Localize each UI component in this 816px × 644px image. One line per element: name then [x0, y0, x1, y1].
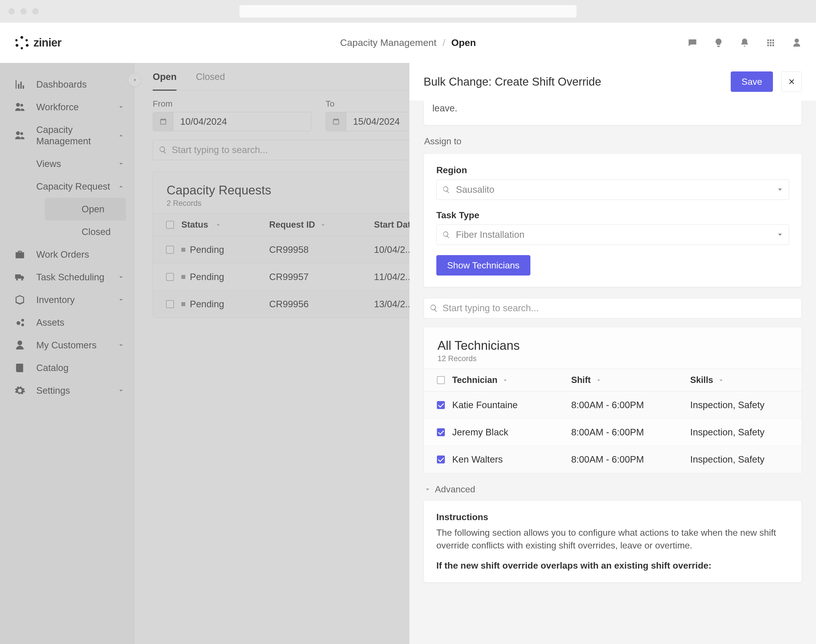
brand-logo[interactable]: zinier	[14, 35, 61, 51]
shift-cell: 8:00AM - 6:00PM	[571, 427, 690, 438]
breadcrumb-separator: /	[442, 37, 445, 48]
table-row[interactable]: Jeremy Black8:00AM - 6:00PMInspection, S…	[424, 419, 802, 446]
region-value: Sausalito	[456, 184, 777, 195]
save-button[interactable]: Save	[731, 71, 773, 92]
technician-cell: Katie Fountaine	[452, 400, 571, 411]
close-icon	[788, 78, 795, 85]
technician-cell: Ken Walters	[452, 454, 571, 465]
skills-cell: Inspection, Safety	[690, 427, 796, 438]
search-icon	[442, 186, 450, 193]
topbar-actions	[687, 38, 802, 48]
col-technician-header[interactable]: Technician	[452, 375, 571, 385]
chevron-down-icon	[777, 187, 783, 193]
tasktype-select[interactable]: Fiber Installation	[436, 224, 789, 245]
col-shift-header[interactable]: Shift	[571, 375, 690, 385]
tech-search-bar[interactable]	[424, 298, 802, 318]
technicians-rows: Katie Fountaine8:00AM - 6:00PMInspection…	[424, 391, 802, 473]
svg-point-2	[26, 44, 29, 47]
note-panel: leave.	[424, 101, 802, 125]
window-controls	[9, 8, 38, 14]
technicians-header: All Technicians 12 Records	[424, 327, 802, 369]
advanced-label: Advanced	[435, 484, 475, 495]
row-checkbox[interactable]	[437, 455, 445, 463]
region-select[interactable]: Sausalito	[436, 179, 789, 200]
table-row[interactable]: Katie Fountaine8:00AM - 6:00PMInspection…	[424, 391, 802, 419]
sort-icon	[596, 375, 601, 385]
skills-cell: Inspection, Safety	[690, 400, 796, 411]
svg-point-0	[20, 36, 23, 39]
notifications-icon[interactable]	[739, 38, 750, 48]
breadcrumb-section[interactable]: Capacity Management	[340, 37, 436, 48]
apps-icon[interactable]	[765, 38, 776, 48]
sort-icon	[503, 375, 508, 385]
window-dot[interactable]	[20, 8, 27, 14]
region-field: Region Sausalito	[436, 165, 789, 200]
assign-label: Assign to	[424, 136, 802, 147]
instructions-title: Instructions	[436, 512, 789, 522]
region-label: Region	[436, 165, 789, 175]
profile-icon[interactable]	[792, 38, 802, 48]
technicians-title: All Technicians	[438, 339, 788, 353]
assign-panel: Region Sausalito Task Type Fiber Install…	[424, 153, 802, 287]
tasktype-field: Task Type Fiber Installation	[436, 210, 789, 245]
drawer-header: Bulk Change: Create Shift Override Save	[409, 63, 816, 101]
shift-cell: 8:00AM - 6:00PM	[571, 454, 690, 465]
instructions-body: The following section allows you to conf…	[436, 526, 789, 552]
technicians-count: 12 Records	[438, 354, 788, 363]
url-bar[interactable]	[239, 5, 577, 18]
drawer-title: Bulk Change: Create Shift Override	[424, 75, 722, 88]
sort-icon	[718, 375, 724, 385]
close-button[interactable]	[781, 71, 802, 92]
svg-point-5	[15, 39, 18, 41]
row-checkbox[interactable]	[437, 401, 445, 409]
instructions-panel: Instructions The following section allow…	[424, 500, 802, 583]
drawer-body: leave. Assign to Region Sausalito Task T…	[409, 101, 816, 596]
breadcrumb-current: Open	[452, 37, 476, 48]
table-row[interactable]: Ken Walters8:00AM - 6:00PMInspection, Sa…	[424, 446, 802, 473]
note-text: leave.	[432, 102, 793, 115]
tasktype-label: Task Type	[436, 210, 789, 221]
search-icon	[430, 304, 438, 312]
shift-cell: 8:00AM - 6:00PM	[571, 400, 690, 411]
col-skills-header[interactable]: Skills	[690, 375, 796, 385]
browser-titlebar	[0, 0, 816, 23]
logo-mark-icon	[14, 35, 29, 51]
main-layout: Dashboards Workforce Capacity Management…	[0, 63, 816, 644]
technicians-table-head: Technician Shift Skills	[424, 369, 802, 391]
window-dot[interactable]	[9, 8, 15, 14]
app-window: zinier Capacity Management / Open Dashbo…	[0, 0, 816, 644]
breadcrumb: Capacity Management / Open	[340, 37, 476, 48]
topbar: zinier Capacity Management / Open	[0, 23, 816, 63]
window-dot[interactable]	[32, 8, 38, 14]
advanced-toggle[interactable]: Advanced	[424, 482, 802, 500]
svg-point-3	[21, 47, 23, 49]
triangle-down-icon	[425, 487, 430, 492]
drawer-panel: Bulk Change: Create Shift Override Save …	[409, 63, 816, 644]
skills-cell: Inspection, Safety	[690, 454, 796, 465]
tasktype-value: Fiber Installation	[456, 229, 777, 240]
search-icon	[442, 231, 450, 239]
chevron-down-icon	[777, 232, 783, 238]
help-icon[interactable]	[713, 38, 724, 48]
show-technicians-button[interactable]: Show Technicians	[436, 255, 530, 276]
technicians-card: All Technicians 12 Records Technician Sh…	[424, 327, 802, 473]
comments-icon[interactable]	[687, 38, 698, 48]
tech-search-input[interactable]	[442, 303, 796, 313]
tech-select-all[interactable]	[437, 376, 445, 384]
brand-name: zinier	[34, 36, 61, 49]
svg-point-1	[26, 39, 28, 41]
instructions-subtitle: If the new shift override overlaps with …	[436, 560, 789, 571]
svg-point-4	[15, 44, 18, 47]
row-checkbox[interactable]	[437, 428, 445, 436]
technician-cell: Jeremy Black	[452, 427, 571, 438]
